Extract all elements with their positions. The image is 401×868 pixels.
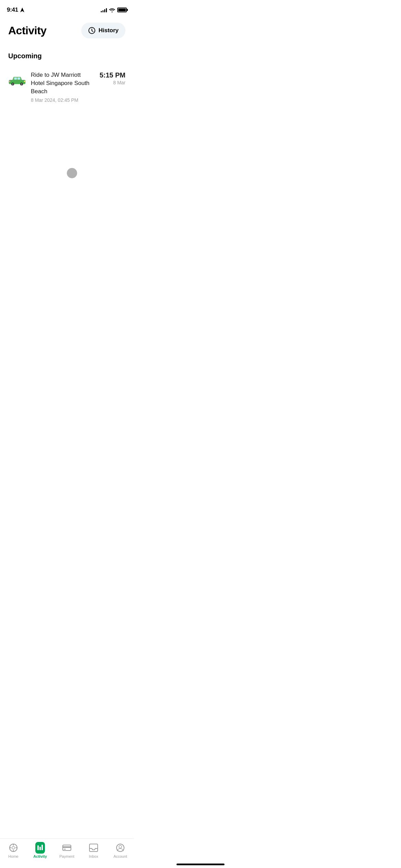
section-upcoming-label: Upcoming (0, 44, 134, 65)
svg-rect-3 (17, 77, 20, 80)
history-button[interactable]: History (81, 23, 125, 38)
status-bar: 9:41 (0, 0, 134, 17)
ride-time-right: 5:15 PM 8 Mar (99, 71, 125, 85)
wifi-icon (109, 8, 115, 12)
ride-destination: Ride to JW Marriott Hotel Singapore Sout… (31, 71, 95, 95)
ride-date: 8 Mar (99, 80, 125, 85)
car-icon-wrapper (8, 71, 26, 89)
svg-rect-8 (24, 81, 25, 82)
location-arrow-icon (20, 8, 24, 12)
svg-point-5 (12, 83, 13, 85)
ride-card[interactable]: Ride to JW Marriott Hotel Singapore Sout… (0, 65, 134, 108)
car-icon (8, 74, 26, 85)
svg-rect-9 (9, 81, 10, 82)
page-title: Activity (8, 24, 47, 37)
touch-indicator (67, 168, 77, 178)
history-button-label: History (98, 27, 119, 34)
ride-datetime: 8 Mar 2024, 02:45 PM (31, 97, 95, 103)
ride-info: Ride to JW Marriott Hotel Singapore Sout… (31, 71, 95, 103)
battery-icon (117, 8, 127, 12)
history-clock-icon (88, 27, 96, 34)
svg-rect-2 (14, 77, 17, 80)
status-icons (101, 8, 127, 12)
header: Activity History (0, 17, 134, 44)
status-time: 9:41 (7, 7, 18, 13)
svg-rect-1 (9, 80, 26, 84)
svg-point-7 (21, 83, 22, 85)
signal-bars-icon (101, 8, 107, 12)
ride-arrival-time: 5:15 PM (99, 71, 125, 79)
